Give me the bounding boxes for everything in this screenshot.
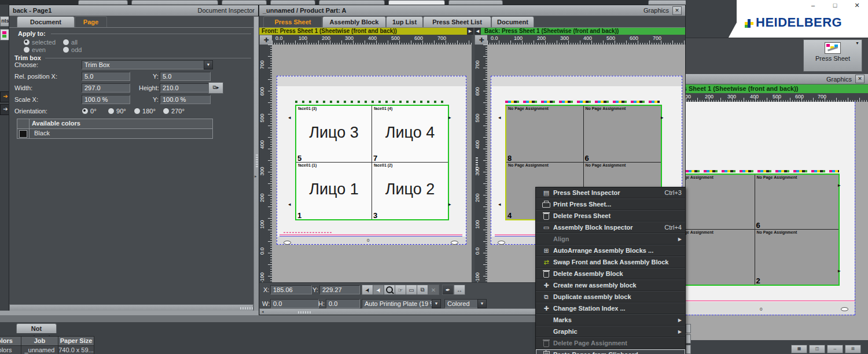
- color-row[interactable]: Black: [17, 129, 212, 138]
- assembly-block-grid[interactable]: No Page Assignment No Page Assignment 6 …: [686, 174, 840, 286]
- radio-odd[interactable]: odd: [62, 46, 82, 53]
- tab-document[interactable]: Document: [17, 16, 75, 27]
- maximize-button[interactable]: □: [830, 1, 840, 9]
- chevron-down-icon[interactable]: ▼: [204, 60, 213, 69]
- page-cell[interactable]: face01 (2) Лицо 2 3: [372, 163, 448, 219]
- radio-selected[interactable]: selected: [23, 39, 56, 46]
- page-cell[interactable]: No Page Assignment 2: [755, 230, 839, 285]
- page-cell[interactable]: No Page Assignment 8: [506, 106, 584, 163]
- page-cell[interactable]: face01 (1) Лицо 1 1: [296, 163, 372, 219]
- column-header-colors[interactable]: Colors: [0, 336, 21, 346]
- tab-1up-list[interactable]: 1up List: [386, 16, 423, 27]
- page-cell[interactable]: No Page Assignment 6: [584, 106, 661, 163]
- table-row[interactable]: Colors: [0, 345, 21, 354]
- front-sheet-bar[interactable]: Front: Press Sheet 1 (Sheetwise (front a…: [259, 28, 467, 35]
- width-field[interactable]: 297.0: [82, 83, 130, 93]
- h-field[interactable]: 0.0: [326, 299, 360, 308]
- radio-label: even: [32, 46, 46, 53]
- radio-even[interactable]: even: [23, 46, 46, 53]
- menu-item-assembly-block-inspector[interactable]: ▭ Assembly Block Inspector Ctrl+4: [536, 222, 685, 233]
- minimize-button[interactable]: –: [808, 1, 818, 9]
- page-cell[interactable]: No Page Assignment 6: [755, 175, 839, 230]
- tab-page[interactable]: Page: [75, 16, 107, 27]
- radio-orient-0[interactable]: 0°: [82, 108, 97, 115]
- view-button[interactable]: ↔: [827, 345, 843, 353]
- graphics-titlebar[interactable]: _unnamed / Product Part: A Graphics ✕: [259, 5, 685, 16]
- choose-select[interactable]: Trim Box: [82, 60, 206, 69]
- zoom-tool[interactable]: [384, 285, 395, 295]
- w-field[interactable]: 0.0: [270, 299, 319, 308]
- page-label: No Page Assignment: [508, 106, 549, 110]
- page-cell[interactable]: face01 (3) Лицо 3 5: [296, 106, 372, 163]
- radio-all[interactable]: all: [62, 39, 78, 46]
- back-sheet-bar[interactable]: Back: Press Sheet 1 (Sheetwise (front an…: [481, 28, 685, 35]
- radio-orient-90[interactable]: 90°: [108, 108, 126, 115]
- ruler-label: 400: [475, 137, 480, 153]
- y-label: Y:: [153, 73, 159, 80]
- page-cell[interactable]: face01 (4) Лицо 4 7: [372, 106, 448, 163]
- column-header-job[interactable]: Job: [21, 336, 58, 346]
- table-row[interactable]: _unnamed: [21, 345, 58, 354]
- station-number: 6: [756, 221, 760, 230]
- menu-item-delete-press-sheet[interactable]: Delete Press Sheet: [536, 210, 685, 222]
- menu-item-graphic[interactable]: Graphic ▶: [536, 326, 685, 337]
- back-collapse-button[interactable]: ◀: [475, 28, 481, 35]
- menu-item-delete-assembly-block[interactable]: Delete Assembly Block: [536, 268, 685, 279]
- rel-x-field[interactable]: 5.0: [82, 72, 130, 81]
- page-cell[interactable]: No Page Assignment: [686, 230, 755, 285]
- menu-item-autoarrange-assembly-blocks[interactable]: ⊞ AutoArrange Assembly Blocks ...: [536, 245, 685, 256]
- height-field[interactable]: 210.0: [160, 83, 211, 93]
- chevron-down-icon[interactable]: ▼: [432, 299, 441, 308]
- radio-orient-270[interactable]: 270°: [163, 108, 185, 115]
- front-sheet-canvas[interactable]: face01 (3) Лицо 3 5 face01 (4) Лицо 4 7 …: [272, 45, 472, 282]
- tab-press-sheet-list[interactable]: Press Sheet List: [423, 16, 491, 27]
- measure-tool[interactable]: ↔: [454, 285, 465, 295]
- direct-select-tool[interactable]: ➤: [373, 285, 384, 295]
- tab-press-sheet[interactable]: Press Sheet: [263, 16, 322, 27]
- table-row[interactable]: 740.0 x 59...: [58, 345, 94, 354]
- menu-item-change-station-index[interactable]: ✚ Change Station Index ...: [536, 303, 685, 314]
- view-button[interactable]: ▦: [791, 345, 807, 353]
- ink-tool[interactable]: ✒: [442, 285, 454, 295]
- rel-y-field[interactable]: 5.0: [160, 72, 211, 81]
- menu-item-press-sheet-inspector[interactable]: ▤ Press Sheet Inspector Ctrl+3: [536, 187, 685, 198]
- tab-assembly-block[interactable]: Assembly Block: [322, 16, 386, 27]
- inspector-titlebar[interactable]: back - Page1 Document Inspector: [9, 5, 258, 16]
- assembly-block-grid[interactable]: face01 (3) Лицо 3 5 face01 (4) Лицо 4 7 …: [295, 105, 449, 220]
- radio-orient-180[interactable]: 180°: [134, 108, 156, 115]
- close-button[interactable]: ✕: [852, 1, 862, 9]
- menu-item-duplicate-assembly-block[interactable]: ⧉ Duplicate assembly block: [536, 291, 685, 303]
- duplicate-icon: ⧉: [539, 293, 553, 301]
- press-sheet-tool-button[interactable]: Press Sheet ▼: [803, 39, 862, 72]
- front-expand-button[interactable]: ▶: [467, 28, 473, 35]
- menu-item-print-press-sheet[interactable]: Print Press Sheet...: [536, 198, 685, 210]
- view-button[interactable]: ⊞: [845, 345, 861, 353]
- x-field[interactable]: 185.06: [270, 285, 312, 294]
- back-sheet-canvas[interactable]: No Page Assignment No Page Assignment 6 …: [686, 102, 868, 340]
- view-button[interactable]: ◫: [809, 345, 825, 353]
- tab-not-assigned[interactable]: Not assigned: [16, 323, 57, 333]
- close-icon[interactable]: ✕: [855, 75, 865, 83]
- menu-item-paste-pages-from-clipboard[interactable]: Paste Pages from Clipboard: [536, 349, 685, 354]
- menu-item-marks[interactable]: Marks ▶: [536, 314, 685, 326]
- page-title: Лицо 1: [296, 180, 372, 198]
- close-icon[interactable]: ✕: [672, 6, 682, 15]
- chevron-down-icon[interactable]: ▼: [477, 299, 487, 308]
- paste-tool[interactable]: ⧉: [417, 285, 428, 295]
- scale-y-field[interactable]: 100.0 %: [160, 95, 211, 104]
- select-tool[interactable]: ➤: [362, 285, 373, 295]
- menu-item-create-assembly-block[interactable]: ✚ Create new assembly block: [536, 279, 685, 291]
- back-sheet-bar[interactable]: Press Sheet 1 (Sheetwise (front and back…: [686, 84, 868, 93]
- pan-tool[interactable]: ☞: [395, 285, 406, 295]
- y-field[interactable]: 229.27: [319, 285, 360, 294]
- crop-tool[interactable]: ▭: [406, 285, 417, 295]
- scale-x-field[interactable]: 100.0 %: [82, 95, 130, 104]
- page-cell[interactable]: No Page Assignment: [686, 175, 755, 230]
- tab-document[interactable]: Document: [491, 16, 534, 27]
- delete-tool[interactable]: ✕: [428, 285, 439, 295]
- plate-mode-select[interactable]: Auto Printing Plate (19 %): [362, 299, 437, 308]
- column-header-paper-size[interactable]: Paper Size: [58, 336, 94, 346]
- chevron-down-icon[interactable]: ▼: [855, 41, 859, 45]
- link-fields-button[interactable]: ⧉▸: [208, 82, 223, 94]
- menu-item-swap-front-back[interactable]: ⇄ Swap Front and Back Assembly Block: [536, 256, 685, 268]
